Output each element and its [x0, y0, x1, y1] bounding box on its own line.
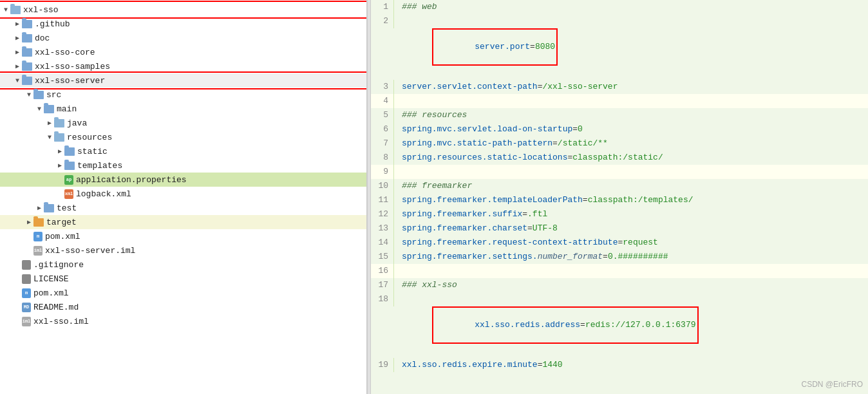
line-number: 17: [371, 278, 394, 292]
line-content: xxl.sso.redis.address=redis://127.0.0.1:…: [394, 292, 699, 358]
tree-item-app-properties[interactable]: ▶ ap application.properties: [0, 173, 366, 187]
tree-label: xxl-sso.iml: [33, 317, 89, 326]
line-content: ### xxl-sso: [394, 278, 457, 292]
line-content: server.servlet.context-path=/xxl-sso-ser…: [394, 80, 618, 94]
line-content: ### freemarker: [394, 179, 472, 193]
line-number: 14: [371, 236, 394, 250]
tree-label: pom.xml: [33, 288, 69, 298]
tree-item-target[interactable]: ▶ target: [0, 215, 366, 229]
tree-label: static: [77, 147, 108, 156]
tree-item-gitignore[interactable]: ▶ .gitignore: [0, 258, 366, 272]
line-content: spring.freemarker.templateLoaderPath=cla…: [394, 193, 693, 207]
arrow-icon: ▶: [13, 20, 22, 28]
iml-file-icon: iml: [33, 246, 42, 256]
code-line-17: 17 ### xxl-sso: [371, 278, 868, 292]
tree-label: LICENSE: [33, 274, 69, 284]
arrow-icon: ▶: [45, 119, 54, 127]
folder-icon: [54, 119, 64, 127]
tree-item-src[interactable]: ▼ src: [0, 88, 366, 102]
line-content: ### web: [394, 0, 437, 14]
m-file-icon: m: [22, 288, 31, 298]
tree-item-java[interactable]: ▶ java: [0, 116, 366, 130]
tree-item-license[interactable]: ▶ LICENSE: [0, 272, 366, 286]
tree-item-server-iml[interactable]: ▶ iml xxl-sso-server.iml: [0, 243, 366, 258]
highlighted-code-box: server.port=8080: [432, 28, 558, 66]
line-number: 12: [371, 207, 394, 221]
tree-label: doc: [35, 33, 50, 43]
line-content: spring.freemarker.charset=UTF-8: [394, 221, 558, 236]
arrow-icon: ▼: [13, 77, 22, 84]
tree-item-readme[interactable]: ▶ MD README.md: [0, 300, 366, 314]
line-number: 10: [371, 179, 394, 193]
line-number: 9: [371, 165, 394, 179]
tree-item-templates[interactable]: ▶ templates: [0, 158, 366, 173]
props-file-icon: ap: [64, 175, 73, 185]
tree-label: pom.xml: [45, 232, 80, 241]
tree-label: .github: [35, 19, 70, 29]
tree-item-main[interactable]: ▼ main: [0, 102, 366, 116]
arrow-icon: ▼: [24, 91, 33, 98]
tree-label: .gitignore: [33, 260, 84, 270]
line-content: spring.freemarker.settings.number_format…: [394, 250, 668, 264]
code-line-8: 8 spring.resources.static-locations=clas…: [371, 151, 868, 165]
tree-item-github[interactable]: ▶ .github: [0, 17, 366, 31]
code-line-11: 11 spring.freemarker.templateLoaderPath=…: [371, 193, 868, 207]
file-icon: [22, 260, 31, 270]
arrow-icon: ▶: [35, 204, 44, 212]
tree-item-root[interactable]: ▼ xxl-sso: [0, 3, 366, 17]
code-line-13: 13 spring.freemarker.charset=UTF-8: [371, 221, 868, 236]
tree-label: test: [57, 203, 77, 213]
watermark: CSDN @EricFRO: [801, 380, 863, 389]
tree-item-test[interactable]: ▶ test: [0, 201, 366, 215]
tree-label: templates: [77, 161, 122, 171]
tree-item-samples[interactable]: ▶ xxl-sso-samples: [0, 59, 366, 73]
folder-icon: [44, 105, 54, 113]
tree-label: README.md: [33, 303, 79, 312]
tree-label: xxl-sso-samples: [35, 62, 110, 71]
line-number: 7: [371, 136, 394, 151]
arrow-icon: ▼: [1, 6, 10, 14]
line-number: 13: [371, 221, 394, 236]
arrow-icon: ▶: [13, 62, 22, 70]
tree-item-pom-root[interactable]: ▶ m pom.xml: [0, 286, 366, 300]
line-number: 4: [371, 94, 394, 108]
folder-icon: [54, 133, 64, 142]
folder-icon: [10, 6, 21, 14]
tree-item-server[interactable]: ▼ xxl-sso-server: [0, 73, 366, 88]
arrow-icon: ▼: [35, 106, 44, 113]
xml-file-icon: xml: [64, 189, 73, 199]
arrow-icon: ▶: [13, 48, 22, 56]
folder-icon: [22, 48, 32, 57]
tree-label: xxl-sso-server: [35, 76, 105, 86]
tree-item-logback[interactable]: ▶ xml logback.xml: [0, 187, 366, 201]
code-line-6: 6 spring.mvc.servlet.load-on-startup=0: [371, 122, 868, 136]
folder-icon-orange: [33, 218, 44, 227]
folder-icon: [64, 162, 75, 170]
code-line-5: 5 ### resources: [371, 108, 868, 122]
tree-label: src: [46, 90, 61, 100]
line-number: 16: [371, 264, 394, 278]
code-line-16: 16: [371, 264, 868, 278]
code-line-14: 14 spring.freemarker.request-context-att…: [371, 236, 868, 250]
code-line-1: 1 ### web: [371, 0, 868, 14]
code-line-12: 12 spring.freemarker.suffix=.ftl: [371, 207, 868, 221]
code-line-7: 7 spring.mvc.static-path-pattern=/static…: [371, 136, 868, 151]
tree-label: logback.xml: [76, 189, 131, 199]
code-line-19: 19 xxl.sso.redis.expire.minute=1440: [371, 358, 868, 372]
line-content: [394, 264, 407, 278]
tree-item-doc[interactable]: ▶ doc: [0, 31, 366, 45]
tree-item-resources[interactable]: ▼ resources: [0, 130, 366, 144]
line-content: spring.mvc.servlet.load-on-startup=0: [394, 122, 583, 136]
tree-label: target: [46, 218, 77, 227]
tree-item-sso-iml[interactable]: ▶ iml xxl-sso.iml: [0, 314, 366, 328]
folder-icon: [22, 77, 32, 85]
tree-label: resources: [67, 133, 112, 142]
tree-item-pom-server[interactable]: ▶ m pom.xml: [0, 229, 366, 243]
tree-item-core[interactable]: ▶ xxl-sso-core: [0, 45, 366, 59]
line-number: 8: [371, 151, 394, 165]
m-file-icon: m: [33, 232, 42, 241]
tree-item-static[interactable]: ▶ static: [0, 144, 366, 158]
tree-label: java: [67, 118, 87, 128]
line-number: 2: [371, 14, 394, 28]
iml-file-icon: iml: [22, 317, 31, 326]
